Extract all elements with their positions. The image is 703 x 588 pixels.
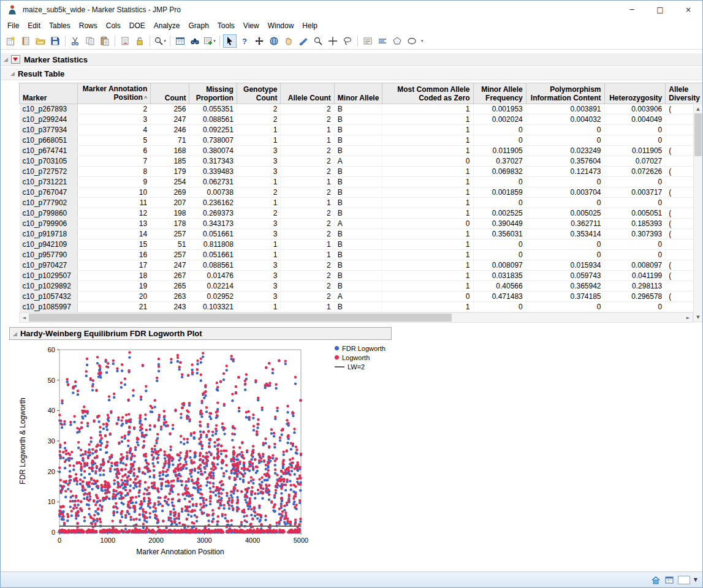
column-header-marker[interactable]: Marker xyxy=(20,83,78,104)
table-cell[interactable]: 243 xyxy=(151,302,189,312)
horizontal-scroll-track[interactable] xyxy=(29,313,683,322)
table-row[interactable]: c10_p1029507182670.0147632B10.0318350.05… xyxy=(20,271,703,281)
table-cell[interactable]: 1 xyxy=(382,229,473,239)
marker-label-cell[interactable]: c10_p1085997 xyxy=(20,302,78,312)
table-cell[interactable]: 0.353414 xyxy=(526,229,604,239)
table-cell[interactable]: 0 xyxy=(473,239,526,250)
column-header-polymorphism-information-content[interactable]: PolymorphismInformation Content xyxy=(526,83,604,104)
table-cell[interactable]: B xyxy=(334,167,382,177)
table-cell[interactable]: 1 xyxy=(281,135,334,146)
table-cell[interactable]: 0 xyxy=(473,302,526,312)
disclosure-triangle-icon[interactable]: ◢ xyxy=(13,331,17,337)
table-cell[interactable]: 0.055351 xyxy=(189,104,237,115)
table-cell[interactable]: 0 xyxy=(473,198,526,208)
table-cell[interactable]: 0.811808 xyxy=(189,239,237,250)
table-cell[interactable]: 1 xyxy=(382,135,473,146)
table-cell[interactable]: 0.02952 xyxy=(189,292,237,302)
window-thumbnail-button[interactable] xyxy=(678,576,690,584)
table-cell[interactable]: 267 xyxy=(151,271,189,281)
table-cell[interactable]: 0 xyxy=(526,302,604,312)
table-cell[interactable]: 0.002024 xyxy=(473,115,526,125)
table-cell[interactable]: 0.062731 xyxy=(189,177,237,187)
table-cell[interactable]: 7 xyxy=(77,156,151,167)
table-cell[interactable]: 3 xyxy=(237,260,280,271)
table-row[interactable]: c10_p72757281790.33948332B10.0698320.121… xyxy=(20,167,703,177)
new-script-icon[interactable]: ▾ xyxy=(203,34,216,48)
table-cell[interactable]: 1 xyxy=(382,281,473,292)
table-cell[interactable]: 0 xyxy=(604,302,666,312)
marker-label-cell[interactable]: c10_p777902 xyxy=(20,198,78,208)
table-cell[interactable]: 168 xyxy=(151,146,189,156)
table-cell[interactable]: 1 xyxy=(382,167,473,177)
column-header-minor-allele-frequency[interactable]: Minor AlleleFrequency xyxy=(473,83,526,104)
table-row[interactable]: c10_p37793442460.09225111B1000 xyxy=(20,125,703,135)
table-cell[interactable]: 0 xyxy=(604,250,666,260)
copy-report-icon[interactable] xyxy=(118,34,132,48)
table-cell[interactable]: 2 xyxy=(281,156,334,167)
unlock-icon[interactable] xyxy=(133,34,146,48)
table-cell[interactable]: 0 xyxy=(473,125,526,135)
marker-label-cell[interactable]: c10_p970427 xyxy=(20,260,78,271)
table-cell[interactable]: B xyxy=(334,239,382,250)
table-cell[interactable]: 0.002525 xyxy=(473,208,526,219)
table-cell[interactable]: 15 xyxy=(77,239,151,250)
table-cell[interactable]: 0.317343 xyxy=(189,156,237,167)
table-cell[interactable]: 1 xyxy=(382,115,473,125)
zoom-menu-icon[interactable]: ▾ xyxy=(153,34,167,48)
table-cell[interactable]: 0 xyxy=(382,219,473,229)
table-cell[interactable]: 178 xyxy=(151,219,189,229)
table-cell[interactable]: 0.01476 xyxy=(189,271,237,281)
table-row[interactable]: c10_p957790162570.05166111B1000 xyxy=(20,250,703,260)
column-header-minor-allele[interactable]: Minor Allele xyxy=(334,83,382,104)
table-cell[interactable]: 0 xyxy=(604,198,666,208)
table-cell[interactable]: 269 xyxy=(151,187,189,198)
table-cell[interactable]: 2 xyxy=(281,115,334,125)
marker-label-cell[interactable]: c10_p799906 xyxy=(20,219,78,229)
menu-tables[interactable]: Tables xyxy=(45,20,75,32)
table-row[interactable]: c10_p26789322560.05535122B10.0019530.003… xyxy=(20,104,703,115)
marker-label-cell[interactable]: c10_p299244 xyxy=(20,115,78,125)
table-cell[interactable]: 5 xyxy=(77,135,151,146)
table-cell[interactable]: 3 xyxy=(237,167,280,177)
column-header-allele-diversity[interactable]: AlleleDiversity xyxy=(666,83,702,104)
table-cell[interactable]: 2 xyxy=(281,104,334,115)
scroll-up-arrow-icon[interactable]: ▲ xyxy=(694,104,702,113)
table-cell[interactable]: 0 xyxy=(604,239,666,250)
table-cell[interactable]: 1 xyxy=(237,125,280,135)
table-cell[interactable]: 0.001859 xyxy=(473,187,526,198)
table-cell[interactable]: 0.356031 xyxy=(473,229,526,239)
crosshair-tool-icon[interactable] xyxy=(326,34,340,48)
table-cell[interactable]: 1 xyxy=(281,125,334,135)
table-row[interactable]: c10_p29924432470.08856122B10.0020240.004… xyxy=(20,115,703,125)
table-cell[interactable]: 11 xyxy=(77,198,151,208)
table-cell[interactable]: 3 xyxy=(237,229,280,239)
table-cell[interactable]: 0 xyxy=(526,125,604,135)
marker-label-cell[interactable]: c10_p727572 xyxy=(20,167,78,177)
table-row[interactable]: c10_p70310571850.31734332A00.370270.3576… xyxy=(20,156,703,167)
table-cell[interactable]: 263 xyxy=(151,292,189,302)
table-cell[interactable]: 2 xyxy=(281,260,334,271)
marker-label-cell[interactable]: c10_p919718 xyxy=(20,229,78,239)
table-cell[interactable]: 0.003717 xyxy=(604,187,666,198)
marker-label-cell[interactable]: c10_p267893 xyxy=(20,104,78,115)
close-button[interactable]: × xyxy=(674,1,702,19)
column-header-allele-count[interactable]: Allele Count xyxy=(281,83,334,104)
cut-icon[interactable] xyxy=(69,34,82,48)
table-cell[interactable]: 0.069832 xyxy=(473,167,526,177)
table-cell[interactable]: 0 xyxy=(604,177,666,187)
table-cell[interactable]: 3 xyxy=(237,146,280,156)
binoculars-icon[interactable] xyxy=(188,34,202,48)
table-cell[interactable]: 1 xyxy=(237,177,280,187)
disclosure-triangle-icon[interactable]: ◢ xyxy=(4,56,8,62)
table-row[interactable]: c10_p777902112070.23616211B1000 xyxy=(20,198,703,208)
vertical-scroll-track[interactable] xyxy=(694,113,702,312)
column-header-missing-proportion[interactable]: MissingProportion xyxy=(189,83,237,104)
table-cell[interactable]: 0 xyxy=(526,135,604,146)
minimize-button[interactable]: ─ xyxy=(618,1,646,19)
table-cell[interactable]: B xyxy=(334,281,382,292)
menu-file[interactable]: File xyxy=(3,20,23,32)
menu-tools[interactable]: Tools xyxy=(213,20,239,32)
table-row[interactable]: c10_p970427172470.08856132B10.0080970.01… xyxy=(20,260,703,271)
menu-view[interactable]: View xyxy=(239,20,264,32)
table-cell[interactable]: 1 xyxy=(281,302,334,312)
